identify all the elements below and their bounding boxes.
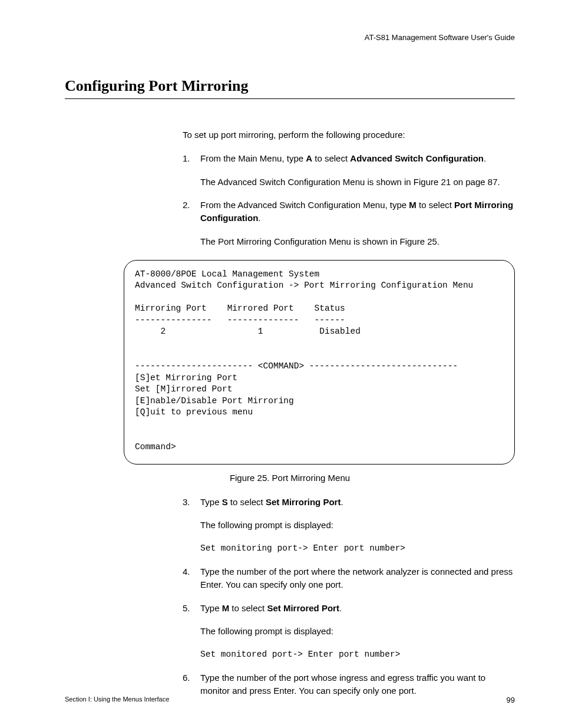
step-1-post: . xyxy=(484,153,486,163)
step-5-mid: to select xyxy=(229,603,267,613)
step-3-key: S xyxy=(222,497,228,507)
term-l12: [E]nable/Disable Port Mirroring xyxy=(135,396,294,406)
step-4-text: Type the number of the port where the ne… xyxy=(200,566,513,589)
term-l5: --------------- -------------- ------ xyxy=(135,315,345,325)
step-5: Type M to select Set Mirrored Port. The … xyxy=(183,602,515,661)
footer-section: Section I: Using the Menus Interface xyxy=(65,696,169,704)
step-5-post: . xyxy=(339,603,342,613)
step-1-pre: From the Main Menu, type xyxy=(200,153,306,163)
step-5-sub: The following prompt is displayed: xyxy=(200,625,515,638)
step-1-key: A xyxy=(306,153,312,163)
step-1-sub: The Advanced Switch Configuration Menu i… xyxy=(200,176,515,189)
step-2-pre: From the Advanced Switch Configuration M… xyxy=(200,200,409,210)
step-3: Type S to select Set Mirroring Port. The… xyxy=(183,496,515,555)
step-1-mid: to select xyxy=(312,153,350,163)
guide-title: AT-S81 Management Software User's Guide xyxy=(365,33,515,42)
step-3-post: . xyxy=(340,497,343,507)
term-l2: Advanced Switch Configuration -> Port Mi… xyxy=(135,281,473,290)
terminal-screenshot: AT-8000/8POE Local Management System Adv… xyxy=(124,260,515,465)
term-l16: Command> xyxy=(135,442,176,452)
figure-caption: Figure 25. Port Mirroring Menu xyxy=(65,473,515,483)
step-2-key: M xyxy=(409,200,416,210)
page-header: AT-S81 Management Software User's Guide xyxy=(65,33,515,42)
term-l9: ----------------------- <COMMAND> ------… xyxy=(135,361,458,371)
page-number: 99 xyxy=(507,696,515,704)
step-2: From the Advanced Switch Configuration M… xyxy=(183,199,515,248)
term-l10: [S]et Mirroring Port xyxy=(135,373,237,383)
step-5-mono: Set monitored port-> Enter port number> xyxy=(200,648,515,661)
step-1-bold: Advanced Switch Configuration xyxy=(350,153,484,163)
procedure-steps: From the Main Menu, type A to select Adv… xyxy=(183,152,515,248)
term-l13: [Q]uit to previous menu xyxy=(135,407,253,417)
intro-paragraph: To set up port mirroring, perform the fo… xyxy=(183,129,515,141)
step-2-sub: The Port Mirroring Configuration Menu is… xyxy=(200,235,515,248)
term-l6: 2 1 Disabled xyxy=(135,327,361,336)
step-3-mono: Set monitoring port-> Enter port number> xyxy=(200,542,515,555)
step-2-post: . xyxy=(258,213,260,223)
procedure-steps-2: Type S to select Set Mirroring Port. The… xyxy=(183,496,515,697)
step-3-pre: Type xyxy=(200,497,222,507)
section-title: Configuring Port Mirroring xyxy=(65,77,515,99)
step-5-key: M xyxy=(222,603,230,613)
term-l4: Mirroring Port Mirrored Port Status xyxy=(135,304,345,313)
body-content-2: Type S to select Set Mirroring Port. The… xyxy=(183,496,515,697)
page-footer: Section I: Using the Menus Interface 99 xyxy=(65,696,515,704)
term-l1: AT-8000/8POE Local Management System xyxy=(135,269,319,279)
step-1: From the Main Menu, type A to select Adv… xyxy=(183,152,515,189)
step-4: Type the number of the port where the ne… xyxy=(183,565,515,591)
step-3-mid: to select xyxy=(228,497,266,507)
step-5-bold: Set Mirrored Port xyxy=(267,603,339,613)
step-3-sub: The following prompt is displayed: xyxy=(200,519,515,532)
step-6: Type the number of the port whose ingres… xyxy=(183,671,515,697)
step-2-mid: to select xyxy=(416,200,454,210)
step-5-pre: Type xyxy=(200,603,222,613)
step-3-bold: Set Mirroring Port xyxy=(266,497,341,507)
term-l11: Set [M]irrored Port xyxy=(135,384,232,394)
body-content: To set up port mirroring, perform the fo… xyxy=(183,129,515,248)
step-6-text: Type the number of the port whose ingres… xyxy=(200,673,485,696)
